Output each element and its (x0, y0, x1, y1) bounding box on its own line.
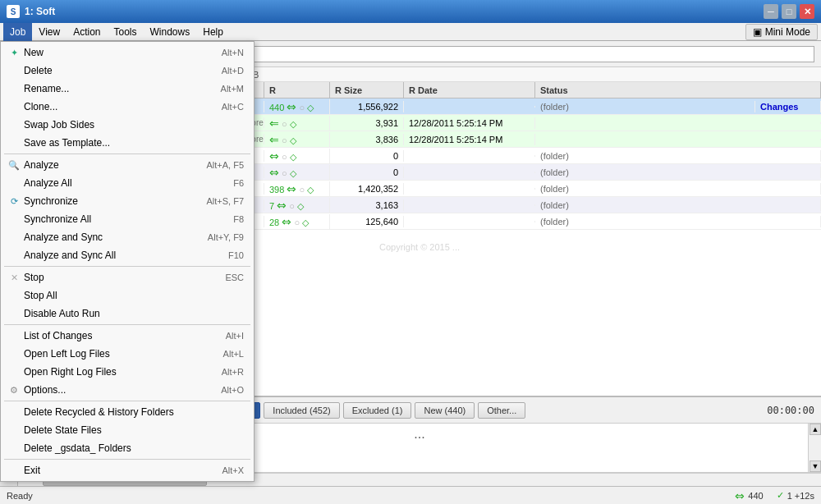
header-r-size: R Size (330, 82, 404, 98)
menu-synchronize[interactable]: ⟳ Synchronize Alt+S, F7 (1, 192, 254, 210)
cell-r-date (404, 155, 535, 157)
cell-indicators: ⇔ ○ ◇ (264, 149, 330, 163)
menu-windows[interactable]: Windows (144, 23, 197, 41)
menu-disable-auto-run[interactable]: Disable Auto Run (1, 305, 254, 323)
stop-icon: ✕ (7, 271, 21, 284)
menu-analyze[interactable]: 🔍 Analyze Alt+A, F5 (1, 156, 254, 174)
filter-included[interactable]: Included (452) (264, 402, 339, 419)
menu-analyze-sync-all[interactable]: Analyze and Sync All F10 (1, 246, 254, 264)
separator-4 (4, 401, 250, 401)
close-button[interactable]: ✕ (800, 4, 814, 19)
cell-status (535, 139, 821, 140)
cell-r-size: 0 (330, 167, 404, 178)
cell-r-date (404, 204, 535, 206)
mini-mode-label: Mini Mode (765, 26, 810, 38)
separator-3 (4, 324, 250, 325)
menu-options[interactable]: ⚙ Options... Alt+O (1, 381, 254, 399)
scroll-down-button[interactable]: ▼ (810, 460, 821, 472)
header-r: R (264, 82, 330, 98)
cell-status: (folder) (535, 199, 821, 211)
cell-r-size: 3,931 (330, 117, 404, 129)
menu-delete-gsdata[interactable]: Delete _gsdata_ Folders (1, 439, 254, 457)
cell-r-date (404, 221, 535, 222)
cell-indicators: ⇐ ○ ◇ (264, 116, 330, 131)
mini-mode-icon: ▣ (753, 26, 762, 38)
cell-r-date (404, 172, 535, 173)
cell-indicators: 398 ⇔ ○ ◇ (264, 181, 330, 196)
menu-job[interactable]: Job (3, 23, 32, 41)
app-icon: S (7, 5, 20, 18)
menu-synchronize-all[interactable]: Synchronize All F8 (1, 210, 254, 228)
menu-open-right-log[interactable]: Open Right Log Files Alt+R (1, 363, 254, 381)
arrows-icon: ⇔ (735, 489, 745, 502)
cell-indicators: 7 ⇔ ○ ◇ (264, 198, 330, 213)
status-changes: ✓ 1 +12s (777, 489, 814, 502)
count-value: 440 (748, 491, 763, 501)
menu-delete-state[interactable]: Delete State Files (1, 421, 254, 439)
options-icon: ⚙ (7, 383, 21, 396)
cell-r-date (404, 188, 535, 190)
cell-indicators: ⇔ ○ ◇ (264, 165, 330, 180)
menu-swap-sides[interactable]: Swap Job Sides (1, 116, 254, 134)
menu-exit[interactable]: Exit Alt+X (1, 461, 254, 479)
cell-status: Changes (755, 101, 821, 112)
analyze-icon: 🔍 (7, 158, 21, 172)
status-count: ⇔ 440 (735, 489, 763, 502)
title-bar: S 1: Soft ─ □ ✕ (0, 0, 821, 23)
menu-clone[interactable]: Clone... Alt+C (1, 98, 254, 116)
menu-open-left-log[interactable]: Open Left Log Files Alt+L (1, 345, 254, 363)
title-buttons: ─ □ ✕ (764, 4, 814, 19)
filter-other[interactable]: Other... (478, 402, 525, 419)
mini-mode-button[interactable]: ▣ Mini Mode (745, 24, 818, 40)
cell-r-size: 1,420,352 (330, 183, 404, 195)
header-r-date: R Date (404, 82, 535, 98)
menu-list-changes[interactable]: List of Changes Alt+I (1, 327, 254, 345)
menu-stop[interactable]: ✕ Stop ESC (1, 268, 254, 286)
title-bar-left: S 1: Soft (7, 5, 55, 18)
checkmark-icon: ✓ (777, 490, 784, 501)
menu-delete-recycled[interactable]: Delete Recycled & History Folders (1, 403, 254, 421)
separator-1 (4, 153, 250, 154)
cell-status (535, 122, 821, 124)
menu-analyze-all[interactable]: Analyze All F6 (1, 174, 254, 192)
cell-indicators: 28 ⇔ ○ ◇ (264, 214, 330, 229)
menu-view[interactable]: View (32, 23, 67, 41)
cell-r-date: 12/28/2011 5:25:14 PM (404, 134, 535, 145)
cell-status: (folder) (535, 167, 821, 178)
menu-tools[interactable]: Tools (108, 23, 144, 41)
maximize-button[interactable]: □ (782, 4, 796, 19)
filter-excluded[interactable]: Excluded (1) (343, 402, 412, 419)
scroll-up-button[interactable]: ▲ (810, 424, 821, 435)
minimize-button[interactable]: ─ (764, 4, 778, 19)
cell-r-size: 3,836 (330, 134, 404, 145)
copyright: Copyright © 2015 ... (379, 242, 460, 252)
sync-icon: ⟳ (7, 195, 21, 208)
header-status: Status (535, 82, 821, 98)
menu-save-template[interactable]: Save as Template... (1, 134, 254, 152)
changes-value: 1 +12s (787, 491, 814, 501)
menu-analyze-sync[interactable]: Analyze and Sync Alt+Y, F9 (1, 228, 254, 246)
cell-r-size: 3,163 (330, 199, 404, 211)
cell-status: (folder) (535, 150, 821, 162)
cell-r-size: 125,640 (330, 216, 404, 227)
cell-indicators: ⇐ ○ ◇ (264, 132, 330, 147)
menu-new[interactable]: ✦ New Alt+N (1, 44, 254, 62)
status-bar: Ready ⇔ 440 ✓ 1 +12s (0, 486, 821, 504)
cell-indicators: 440 ⇔ ○ ◇ (264, 99, 330, 114)
menu-delete[interactable]: Delete Alt+D (1, 62, 254, 80)
cell-r-date: 12/28/2011 5:25:14 PM (404, 117, 535, 129)
menu-bar: Job View Action Tools Windows Help ▣ Min… (0, 23, 821, 41)
time-display: 00:00:00 (767, 405, 814, 416)
cell-status: (folder) (535, 216, 821, 227)
filter-new[interactable]: New (440) (415, 402, 475, 419)
cell-r: (folder) (535, 101, 755, 112)
separator-2 (4, 266, 250, 267)
job-dropdown: ✦ New Alt+N Delete Alt+D Rename... Alt+M… (0, 41, 255, 482)
menu-rename[interactable]: Rename... Alt+M (1, 80, 254, 98)
cell-r-size: 1,556,922 (330, 101, 404, 112)
menu-help[interactable]: Help (196, 23, 230, 41)
menu-action[interactable]: Action (67, 23, 107, 41)
status-right: ⇔ 440 ✓ 1 +12s (735, 489, 814, 502)
menu-stop-all[interactable]: Stop All (1, 286, 254, 305)
log-scrollbar[interactable]: ▲ ▼ (808, 424, 821, 472)
